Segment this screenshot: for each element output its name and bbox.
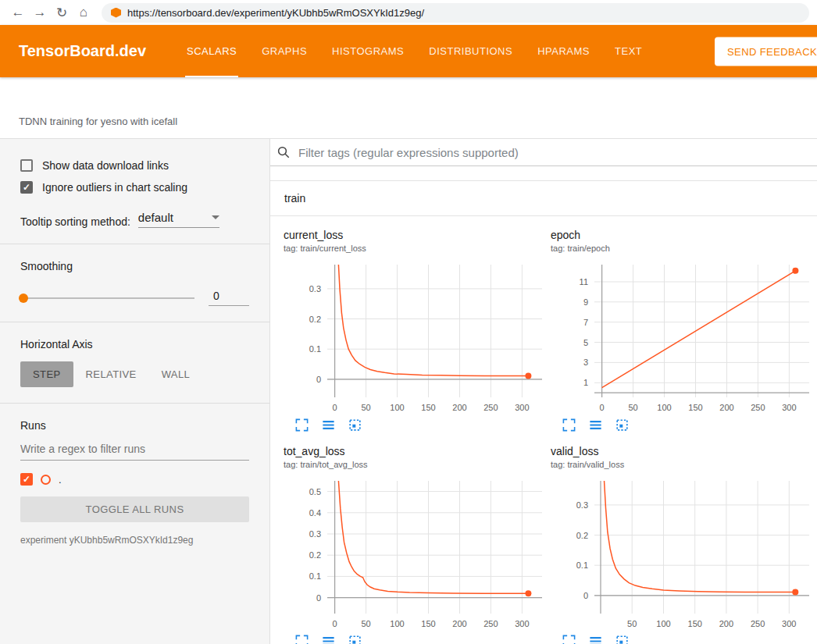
chart-tag: tag: train/valid_loss — [551, 460, 817, 469]
svg-text:250: 250 — [751, 403, 765, 412]
svg-text:100: 100 — [656, 619, 670, 628]
send-feedback-button[interactable]: SEND FEEDBACK — [715, 37, 817, 66]
svg-text:100: 100 — [657, 403, 671, 412]
expand-card-icon[interactable] — [294, 634, 309, 644]
divider — [0, 244, 269, 244]
run-color-swatch — [41, 475, 51, 485]
smoothing-slider-thumb[interactable] — [19, 294, 28, 303]
svg-text:200: 200 — [452, 403, 466, 412]
home-icon[interactable]: ⌂ — [73, 2, 94, 23]
fit-domain-icon[interactable] — [348, 634, 362, 644]
svg-text:3: 3 — [583, 358, 588, 367]
tab-histograms[interactable]: HISTOGRAMS — [319, 25, 416, 77]
svg-text:150: 150 — [421, 403, 435, 412]
tab-text[interactable]: TEXT — [602, 25, 655, 77]
section-train-label: train — [284, 192, 305, 205]
svg-text:250: 250 — [751, 619, 765, 628]
fit-domain-icon[interactable] — [615, 418, 630, 432]
data-table-icon[interactable] — [588, 634, 603, 644]
expand-card-icon[interactable] — [294, 418, 309, 432]
svg-text:50: 50 — [361, 403, 370, 412]
ignore-outliers-checkbox[interactable] — [20, 181, 33, 194]
chart-toolbar — [551, 634, 817, 644]
data-table-icon[interactable] — [321, 634, 336, 644]
valid-loss-chart[interactable]: 5010015020025030000.10.20.3 — [551, 476, 814, 632]
axis-step-button[interactable]: STEP — [20, 361, 73, 387]
expand-card-icon[interactable] — [562, 418, 576, 432]
divider — [0, 322, 269, 322]
tab-graphs[interactable]: GRAPHS — [249, 25, 319, 77]
tot-avg-loss-chart[interactable]: 05010015020025030000.10.20.30.40.5 — [284, 476, 547, 632]
svg-text:250: 250 — [483, 403, 498, 412]
nav-tabs: SCALARS GRAPHS HISTOGRAMS DISTRIBUTIONS … — [174, 25, 655, 77]
chart-card-valid-loss: valid_loss tag: train/valid_loss 5010015… — [551, 445, 817, 644]
section-train[interactable]: train — [270, 180, 817, 216]
runs-filter-input[interactable] — [20, 443, 249, 461]
expand-card-icon[interactable] — [562, 634, 576, 644]
svg-text:0: 0 — [583, 591, 588, 600]
experiment-caption: experiment yKUbhb5wRmOSXYkId1z9eg — [20, 535, 249, 546]
svg-text:50: 50 — [627, 619, 637, 628]
brand-title: TensorBoard.dev — [19, 42, 146, 60]
filter-tags-row — [270, 139, 817, 166]
svg-text:100: 100 — [390, 619, 404, 628]
svg-text:250: 250 — [483, 619, 498, 628]
svg-text:7: 7 — [583, 318, 588, 327]
refresh-icon[interactable]: ↻ — [52, 2, 72, 23]
runs-label: Runs — [20, 419, 249, 432]
charts-grid: current_loss tag: train/current_loss 050… — [270, 216, 817, 644]
tab-scalars[interactable]: SCALARS — [174, 25, 249, 77]
chart-tag: tag: train/tot_avg_loss — [284, 460, 551, 469]
chart-card-tot-avg-loss: tot_avg_loss tag: train/tot_avg_loss 050… — [284, 445, 551, 644]
run-name: . — [59, 474, 62, 486]
smoothing-value: 0 — [209, 290, 249, 306]
forward-icon[interactable]: → — [30, 2, 50, 23]
run-checkbox[interactable] — [20, 473, 33, 486]
search-icon — [276, 145, 291, 159]
tab-distributions[interactable]: DISTRIBUTIONS — [416, 25, 525, 77]
horizontal-axis-label: Horizontal Axis — [20, 338, 249, 350]
chart-toolbar — [551, 418, 817, 432]
svg-text:300: 300 — [782, 403, 796, 412]
address-bar[interactable]: https://tensorboard.dev/experiment/yKUbh… — [102, 3, 809, 23]
svg-text:0.4: 0.4 — [309, 508, 321, 518]
data-table-icon[interactable] — [588, 418, 603, 432]
chart-title: current_loss — [284, 229, 551, 241]
horizontal-axis-buttons: STEP RELATIVE WALL — [20, 361, 249, 387]
axis-wall-button[interactable]: WALL — [149, 361, 203, 387]
chart-title: tot_avg_loss — [284, 445, 551, 457]
fit-domain-icon[interactable] — [348, 418, 362, 432]
svg-text:0: 0 — [316, 375, 321, 384]
svg-text:150: 150 — [421, 619, 435, 628]
svg-text:0: 0 — [333, 403, 337, 412]
app-header: TensorBoard.dev SCALARS GRAPHS HISTOGRAM… — [0, 25, 817, 77]
filter-tags-input[interactable] — [298, 146, 817, 159]
show-download-label: Show data download links — [42, 159, 169, 172]
chart-tag: tag: train/epoch — [551, 244, 817, 253]
chart-card-epoch: epoch tag: train/epoch 05010015020025030… — [551, 229, 817, 432]
toggle-all-runs-button[interactable]: TOGGLE ALL RUNS — [20, 496, 249, 522]
svg-text:50: 50 — [628, 403, 637, 412]
svg-text:0: 0 — [316, 593, 321, 603]
svg-text:9: 9 — [583, 297, 588, 307]
tooltip-sorting-select[interactable]: default — [138, 211, 219, 228]
svg-text:0.2: 0.2 — [309, 550, 321, 560]
axis-relative-button[interactable]: RELATIVE — [73, 361, 149, 387]
show-download-checkbox[interactable] — [20, 159, 33, 172]
epoch-chart[interactable]: 0501001502002503001357911 — [551, 260, 814, 416]
chart-title: epoch — [551, 229, 817, 241]
svg-text:100: 100 — [390, 403, 404, 412]
current-loss-chart[interactable]: 05010015020025030000.10.20.3 — [284, 260, 547, 416]
data-table-icon[interactable] — [321, 418, 336, 432]
tooltip-sorting-value: default — [138, 211, 173, 224]
tooltip-sorting-label: Tooltip sorting method: — [20, 215, 130, 228]
svg-text:300: 300 — [515, 619, 529, 628]
tab-hparams[interactable]: HPARAMS — [525, 25, 602, 77]
browser-toolbar: ← → ↻ ⌂ https://tensorboard.dev/experime… — [0, 0, 817, 25]
back-icon[interactable]: ← — [8, 2, 28, 23]
run-list-item: . — [20, 473, 249, 486]
experiment-title: TDNN training for yesno with icefall — [19, 116, 177, 127]
fit-domain-icon[interactable] — [615, 634, 630, 644]
svg-text:1: 1 — [583, 378, 588, 387]
smoothing-slider[interactable] — [20, 297, 194, 299]
